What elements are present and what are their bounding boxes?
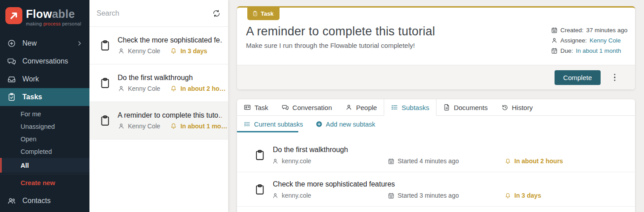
search-input[interactable] <box>97 9 212 17</box>
sidebar-subitem-open[interactable]: Open <box>0 133 89 145</box>
subtask-started: Started 3 minutes ago <box>388 192 459 199</box>
task-assignee: Kenny Cole <box>128 123 160 130</box>
subtask-title: Check the more sophisticated features <box>273 180 395 188</box>
task-header-card: Task A reminder to complete this tutoria… <box>237 6 635 89</box>
task-title: Check the more sophisticated fe… <box>118 36 222 44</box>
subtask-assignee: kenny.cole <box>272 157 311 165</box>
tab-history[interactable]: History <box>495 99 540 115</box>
chat-icon <box>282 104 289 111</box>
tab-task[interactable]: Task <box>237 99 275 115</box>
more-options-icon[interactable] <box>612 72 618 83</box>
task-meta: Created: 37 minutes ago Assignee: Kenny … <box>551 27 627 58</box>
task-action-bar: Complete <box>237 65 635 89</box>
brand-name: Flowable <box>26 8 81 20</box>
assignee-link[interactable]: Kenny Cole <box>589 37 621 44</box>
task-list-item-selected[interactable]: A reminder to complete this tuto… Kenny … <box>89 102 228 140</box>
bell-icon <box>504 192 511 199</box>
meta-due: Due: In about 1 month <box>551 47 627 54</box>
task-due: In 3 days <box>180 47 207 55</box>
active-subtab-underline <box>237 131 298 132</box>
bell-icon <box>170 123 177 130</box>
user-icon <box>118 85 125 92</box>
subtab-current-subtasks[interactable]: Current subtasks <box>237 121 303 128</box>
tab-people[interactable]: People <box>339 99 384 115</box>
sidebar-subitem-completed[interactable]: Completed <box>0 145 89 158</box>
card-icon <box>244 104 251 111</box>
clipboard-icon <box>99 39 111 52</box>
sidebar-subitem-all[interactable]: All <box>0 158 89 173</box>
task-tabs-card: Task Conversation People Subtasks Docume… <box>237 99 635 212</box>
clipboard-check-icon <box>252 11 258 17</box>
user-icon <box>345 104 352 111</box>
task-assignee: Kenny Cole <box>128 47 160 55</box>
user-icon <box>551 37 558 44</box>
task-list-panel: Check the more sophisticated fe… Kenny C… <box>89 0 228 212</box>
sidebar: Flowable making process personal New Con… <box>0 0 89 212</box>
subtask-row[interactable]: Check the more sophisticated features ke… <box>237 172 635 207</box>
sidebar-item-contacts[interactable]: Contacts <box>0 192 89 210</box>
complete-button[interactable]: Complete <box>555 70 600 85</box>
user-icon <box>118 47 125 55</box>
search-bar <box>89 0 228 27</box>
subtask-due: In 3 days <box>504 192 541 199</box>
subtask-row[interactable]: Do the first walkthrough kenny.cole Star… <box>237 138 635 172</box>
bell-icon <box>170 47 177 55</box>
sidebar-item-work[interactable]: Work <box>0 70 89 88</box>
subtask-toolbar: Current subtasks Add new subtask <box>237 116 635 132</box>
document-icon <box>443 104 450 111</box>
chat-icon <box>7 57 16 66</box>
task-title: Do the first walkthrough <box>118 74 222 82</box>
create-new-link[interactable]: Create new <box>0 174 89 191</box>
tab-bar: Task Conversation People Subtasks Docume… <box>237 99 635 116</box>
subtask-due: In about 2 hours <box>504 157 563 165</box>
refresh-icon[interactable] <box>212 9 221 18</box>
task-title: A reminder to complete this tuto… <box>118 111 222 119</box>
calendar-icon <box>388 158 394 165</box>
sidebar-subitem-unassigned[interactable]: Unassigned <box>0 120 89 133</box>
sidebar-item-label: Tasks <box>22 93 42 101</box>
sidebar-item-conversations[interactable]: Conversations <box>0 52 89 70</box>
task-assignee: Kenny Cole <box>128 85 160 92</box>
sidebar-item-new[interactable]: New <box>0 34 89 52</box>
sidebar-item-label: Contacts <box>22 197 51 205</box>
sidebar-item-tasks[interactable]: Tasks <box>0 88 89 106</box>
due-link[interactable]: In about 1 month <box>576 47 621 54</box>
sidebar-item-label: Work <box>22 75 39 83</box>
task-list-item[interactable]: Check the more sophisticated fe… Kenny C… <box>89 27 228 64</box>
list-check-icon <box>244 121 250 127</box>
task-detail-area: Task A reminder to complete this tutoria… <box>228 0 644 212</box>
inbox-tray-icon <box>7 75 16 84</box>
plus-circle-icon <box>7 39 16 48</box>
user-icon <box>272 158 279 165</box>
subtab-add-new-subtask[interactable]: Add new subtask <box>316 121 375 128</box>
subtask-assignee: kenny.cole <box>272 192 311 199</box>
task-type-badge: Task <box>247 8 280 20</box>
contacts-icon <box>7 196 16 205</box>
meta-created: Created: 37 minutes ago <box>551 27 627 34</box>
calendar-icon <box>551 27 558 34</box>
bell-icon <box>170 85 177 92</box>
calendar-check-icon <box>551 47 558 54</box>
subtask-started: Started 4 minutes ago <box>388 157 459 165</box>
subtask-title: Do the first walkthrough <box>273 146 348 154</box>
clipboard-icon <box>254 183 266 196</box>
user-icon <box>118 123 125 130</box>
chevron-right-icon <box>76 40 83 47</box>
user-icon <box>272 192 279 199</box>
clipboard-icon <box>99 114 111 127</box>
plus-circle-filled-icon <box>316 121 322 127</box>
sidebar-item-label: Conversations <box>22 57 68 65</box>
history-icon <box>501 104 508 111</box>
tab-subtasks[interactable]: Subtasks <box>384 99 436 115</box>
bell-icon <box>504 158 511 165</box>
task-due: In about 2 ho… <box>180 85 225 92</box>
tab-conversation[interactable]: Conversation <box>275 99 339 115</box>
tab-documents[interactable]: Documents <box>436 99 495 115</box>
task-list-item[interactable]: Do the first walkthrough Kenny Cole In a… <box>89 64 228 102</box>
sidebar-item-label: New <box>22 39 37 47</box>
subtask-list: Do the first walkthrough kenny.cole Star… <box>237 138 635 207</box>
clipboard-icon <box>99 76 111 90</box>
flowable-logo-icon <box>5 7 22 24</box>
sidebar-subitem-for-me[interactable]: For me <box>0 108 89 120</box>
clipboard-icon <box>254 148 266 162</box>
